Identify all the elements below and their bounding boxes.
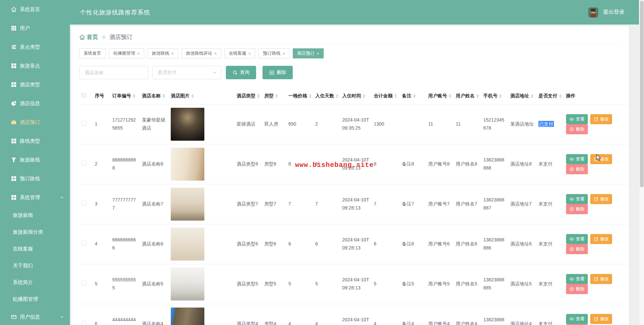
sort-icon[interactable] [413, 94, 416, 98]
column-header-note[interactable]: 备注 [400, 88, 426, 104]
sort-icon[interactable] [394, 94, 397, 98]
column-header-address[interactable]: 酒店地址 [508, 88, 536, 104]
avatar[interactable] [588, 7, 598, 17]
sidebar-item-user-info[interactable]: 用户信息 [0, 308, 70, 325]
close-icon[interactable]: × [282, 51, 285, 56]
sort-icon[interactable] [559, 94, 562, 98]
column-header-paid[interactable]: 是否支付 [536, 88, 564, 104]
tab-tour-routes[interactable]: 旅游路线× [148, 48, 178, 58]
sort-icon[interactable] [162, 94, 165, 98]
sort-icon[interactable] [275, 94, 278, 98]
edit-button[interactable]: 修改 [590, 274, 612, 284]
close-icon[interactable]: × [137, 51, 140, 56]
tab-carousel-management[interactable]: 轮播图管理× [109, 48, 144, 58]
view-button[interactable]: 查看 [566, 234, 588, 244]
edit-button[interactable]: 修改 [590, 194, 612, 204]
column-header-image[interactable]: 酒店图片 [169, 88, 235, 104]
column-header-phone[interactable]: 手机号 [481, 88, 508, 104]
tab-booked-routes[interactable]: 预订路线× [258, 48, 289, 58]
sidebar-subitem-online-service[interactable]: 在线客服 [0, 240, 70, 257]
row-checkbox[interactable] [81, 121, 86, 126]
row-delete-button[interactable]: 删除 [566, 244, 588, 254]
column-header-total[interactable]: 合计金额 [372, 88, 400, 104]
edit-button[interactable]: 修改 [590, 314, 612, 324]
sidebar-item-booked-routes[interactable]: 预订路线 [0, 169, 70, 188]
sidebar-item-scenic-type[interactable]: 景点类型 [0, 38, 70, 56]
column-header-room_type[interactable]: 房型 [262, 88, 286, 104]
view-button[interactable]: 查看 [566, 314, 588, 324]
page-scrollbar[interactable] [639, 0, 644, 325]
hotel-photo[interactable] [171, 228, 204, 261]
row-checkbox[interactable] [81, 281, 86, 285]
edit-button[interactable]: 修改 [590, 154, 612, 164]
logout-button[interactable]: 退出登录 [603, 9, 625, 16]
edit-button[interactable]: 修改 [590, 234, 612, 244]
sort-icon[interactable] [309, 94, 312, 98]
row-checkbox[interactable] [81, 161, 86, 166]
sidebar-subitem-carousel-management[interactable]: 轮播图管理 [0, 291, 70, 308]
sort-icon[interactable] [133, 94, 135, 98]
hotel-photo[interactable] [171, 108, 204, 141]
row-checkbox[interactable] [81, 241, 86, 245]
column-header-hotel_name[interactable]: 酒店名称 [140, 88, 169, 104]
close-icon[interactable]: × [317, 51, 319, 56]
close-icon[interactable]: × [171, 51, 174, 56]
view-button[interactable]: 查看 [566, 114, 588, 124]
scrollbar-thumb[interactable] [640, 1, 644, 187]
sidebar-item-hotel-booking[interactable]: 酒店预订 [0, 113, 70, 132]
sidebar-item-scenic-spots[interactable]: 旅游景点 [0, 56, 70, 75]
sort-icon[interactable] [476, 94, 479, 98]
edit-button[interactable]: 修改 [590, 114, 612, 124]
column-header-order_no[interactable]: 订单编号 [110, 88, 140, 104]
sort-icon[interactable] [257, 94, 260, 98]
sort-icon[interactable] [191, 94, 194, 98]
hotel-photo[interactable] [171, 148, 204, 181]
tab-hotel-booking[interactable]: 酒店预订× [293, 48, 324, 58]
delete-button[interactable]: 删除 [263, 66, 293, 79]
view-button[interactable]: 查看 [566, 154, 588, 164]
sidebar-item-home[interactable]: 系统首页 [0, 0, 70, 19]
hotel-photo[interactable] [171, 308, 204, 325]
breadcrumb-home[interactable]: 首页 [79, 33, 98, 41]
query-button[interactable]: 查询 [226, 66, 256, 79]
column-header-user_name[interactable]: 用户姓名 [454, 88, 481, 104]
sidebar-item-hotel-info[interactable]: 酒店信息 [0, 94, 70, 113]
sidebar-item-system-management[interactable]: 系统管理 [0, 188, 70, 207]
sort-icon[interactable] [449, 94, 451, 98]
sidebar-subitem-tour-news[interactable]: 旅游新闻 [0, 207, 70, 224]
sidebar-subitem-system-intro[interactable]: 系统简介 [0, 274, 70, 291]
hotel-photo[interactable] [171, 268, 204, 300]
column-header-days[interactable]: 入住天数 [313, 88, 340, 104]
view-button[interactable]: 查看 [566, 194, 588, 204]
row-delete-button[interactable]: 删除 [566, 164, 588, 174]
sidebar-item-hotel-type[interactable]: 酒店类型 [0, 75, 70, 94]
sort-icon[interactable] [531, 94, 533, 98]
tab-system-home[interactable]: 系统首页 [79, 48, 106, 58]
sidebar-item-users[interactable]: 用户 [0, 19, 70, 38]
row-delete-button[interactable]: 删除 [566, 324, 588, 325]
row-delete-button[interactable]: 删除 [566, 124, 588, 134]
select-all-checkbox[interactable] [81, 93, 86, 98]
hotel-photo[interactable] [171, 188, 204, 221]
row-checkbox[interactable] [81, 321, 86, 325]
column-header-hotel_type[interactable]: 酒店类型 [235, 88, 262, 104]
column-header-price[interactable]: 一晚价格 [286, 88, 313, 104]
sidebar-subitem-about-us[interactable]: 关于我们 [0, 257, 70, 274]
close-icon[interactable]: × [248, 51, 251, 56]
pay-status-select[interactable]: 是否支付 [152, 66, 221, 79]
close-icon[interactable]: × [214, 51, 217, 56]
sidebar-item-tour-routes[interactable]: 旅游路线 [0, 150, 70, 169]
sidebar-item-route-type[interactable]: 路线类型 [0, 132, 70, 150]
view-button[interactable]: 查看 [566, 274, 588, 284]
row-delete-button[interactable]: 删除 [566, 284, 588, 294]
row-checkbox[interactable] [81, 201, 86, 205]
column-header-checkin[interactable]: 入住时间 [340, 88, 372, 104]
sort-icon[interactable] [363, 94, 365, 98]
sort-icon[interactable] [499, 94, 502, 98]
hotel-name-input[interactable] [79, 66, 148, 79]
row-delete-button[interactable]: 删除 [566, 204, 588, 214]
sidebar-subitem-tour-news-category[interactable]: 旅游新闻分类 [0, 224, 70, 240]
column-header-account[interactable]: 用户账号 [426, 88, 454, 104]
tab-online-service[interactable]: 在线客服× [225, 48, 255, 58]
tab-tour-route-comments[interactable]: 旅游路线评论× [182, 48, 221, 58]
